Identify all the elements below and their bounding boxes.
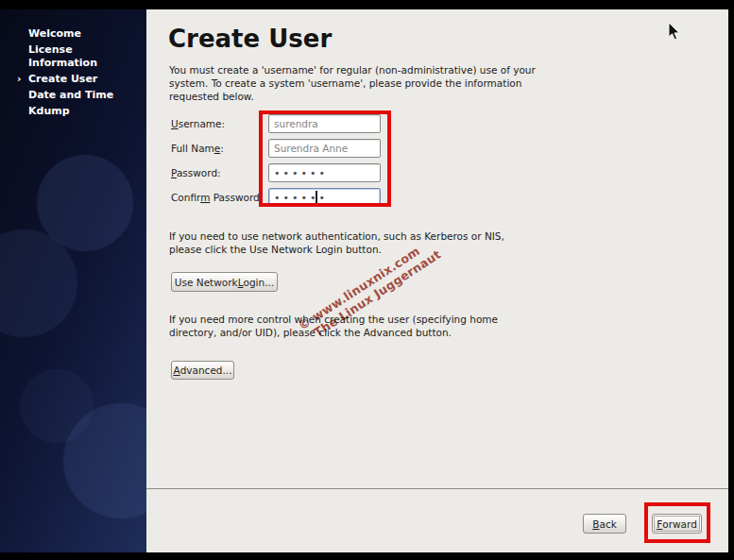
step-label: Date and Time (28, 89, 113, 101)
sidebar-item-welcome: Welcome (28, 27, 134, 41)
step-list: Welcome License Information › Create Use… (0, 9, 146, 118)
sidebar: Welcome License Information › Create Use… (0, 9, 146, 552)
network-note: If you need to use network authenticatio… (169, 229, 504, 256)
step-label: Welcome (28, 27, 81, 40)
step-label: Kdump (28, 105, 70, 117)
intro-line: system. To create a system 'username', p… (169, 76, 536, 90)
advanced-note-line: directory, and/or UID), please click the… (169, 326, 498, 339)
active-step-arrow-icon: › (17, 73, 22, 86)
content-pane: Create User You must create a 'username'… (146, 9, 728, 552)
advanced-note-line: If you need more control when creating t… (169, 313, 498, 326)
confirm-password-label: Confirm Password: (171, 192, 263, 203)
mouse-cursor-icon (668, 23, 681, 42)
forward-highlight-box (644, 502, 710, 543)
password-label: Password: (171, 167, 221, 178)
step-label: License Information (28, 43, 97, 69)
sidebar-item-create-user: › Create User (28, 73, 134, 86)
page-title: Create User (168, 25, 332, 53)
advanced-button[interactable]: Advanced... (171, 361, 234, 380)
username-label: Username: (171, 118, 225, 129)
full-name-label: Full Name: (171, 143, 224, 154)
intro-line: requested below. (169, 90, 536, 103)
intro-text: You must create a 'username' for regular… (169, 63, 536, 103)
sidebar-item-date-and-time: Date and Time (28, 89, 134, 102)
network-note-line: If you need to use network authenticatio… (169, 229, 504, 243)
use-network-login-button[interactable]: Use Network Login... (171, 272, 278, 292)
back-button[interactable]: Back (583, 514, 626, 534)
form-highlight-box (259, 110, 391, 207)
firstboot-window: Welcome License Information › Create Use… (0, 0, 734, 560)
button-area-separator (146, 488, 728, 489)
network-note-line: please click the Use Network Login butto… (169, 243, 504, 256)
sidebar-item-kdump: Kdump (28, 105, 134, 118)
intro-line: You must create a 'username' for regular… (169, 63, 536, 76)
advanced-note: If you need more control when creating t… (169, 313, 498, 339)
step-label: Create User (28, 73, 97, 85)
sidebar-item-license-information: License Information (28, 43, 134, 70)
